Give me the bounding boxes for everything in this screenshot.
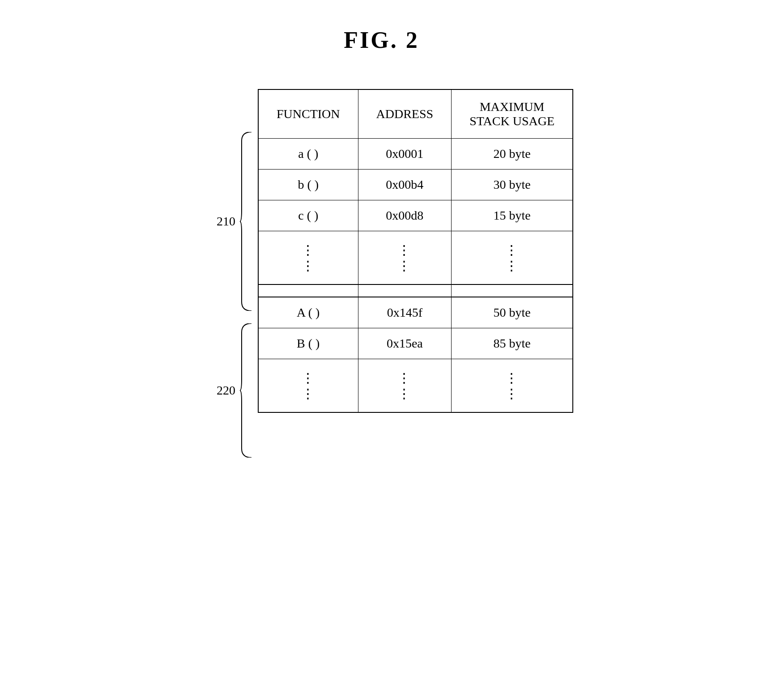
group-220-label: 220 — [217, 383, 235, 398]
table-row: A ( ) 0x145f 50 byte — [258, 297, 573, 328]
cell-address: 0x0001 — [358, 139, 452, 170]
group-210-label: 210 — [217, 214, 235, 229]
cell-dots: ⋮⋮ — [358, 359, 452, 413]
table-row-dots-2: ⋮⋮ ⋮⋮ ⋮⋮ — [258, 359, 573, 413]
brace-210: 210 — [217, 132, 252, 311]
header-stack-line2: STACK USAGE — [469, 114, 554, 128]
cell-function: a ( ) — [258, 139, 358, 170]
header-stack: MAXIMUM STACK USAGE — [452, 89, 573, 139]
table-row-dots-1: ⋮⋮ ⋮⋮ ⋮⋮ — [258, 231, 573, 285]
cell-stack: 15 byte — [452, 200, 573, 231]
table-row: b ( ) 0x00b4 30 byte — [258, 170, 573, 200]
gap-row — [258, 284, 573, 297]
table-row: B ( ) 0x15ea 85 byte — [258, 328, 573, 359]
header-function: FUNCTION — [258, 89, 358, 139]
cell-address: 0x145f — [358, 297, 452, 328]
cell-dots: ⋮⋮ — [358, 231, 452, 285]
data-table: FUNCTION ADDRESS MAXIMUM STACK USAGE a (… — [258, 89, 573, 413]
cell-stack: 85 byte — [452, 328, 573, 359]
cell-function: B ( ) — [258, 328, 358, 359]
cell-address: 0x15ea — [358, 328, 452, 359]
cell-function: c ( ) — [258, 200, 358, 231]
table-header-row: FUNCTION ADDRESS MAXIMUM STACK USAGE — [258, 89, 573, 139]
brace-210-svg — [239, 132, 252, 311]
table-row: c ( ) 0x00d8 15 byte — [258, 200, 573, 231]
header-address: ADDRESS — [358, 89, 452, 139]
cell-dots: ⋮⋮ — [258, 231, 358, 285]
cell-address: 0x00b4 — [358, 170, 452, 200]
cell-dots: ⋮⋮ — [452, 359, 573, 413]
cell-stack: 30 byte — [452, 170, 573, 200]
page-title: FIG. 2 — [344, 27, 419, 53]
brace-labels: 210 220 — [217, 89, 258, 458]
cell-dots: ⋮⋮ — [452, 231, 573, 285]
cell-dots: ⋮⋮ — [258, 359, 358, 413]
cell-function: A ( ) — [258, 297, 358, 328]
cell-function: b ( ) — [258, 170, 358, 200]
cell-stack: 20 byte — [452, 139, 573, 170]
table-row: a ( ) 0x0001 20 byte — [258, 139, 573, 170]
cell-stack: 50 byte — [452, 297, 573, 328]
diagram-container: 210 220 FUNCTION ADDRESS — [217, 89, 573, 458]
header-stack-line1: MAXIMUM — [480, 100, 545, 114]
brace-220: 220 — [217, 323, 252, 458]
cell-address: 0x00d8 — [358, 200, 452, 231]
brace-220-svg — [239, 323, 252, 458]
